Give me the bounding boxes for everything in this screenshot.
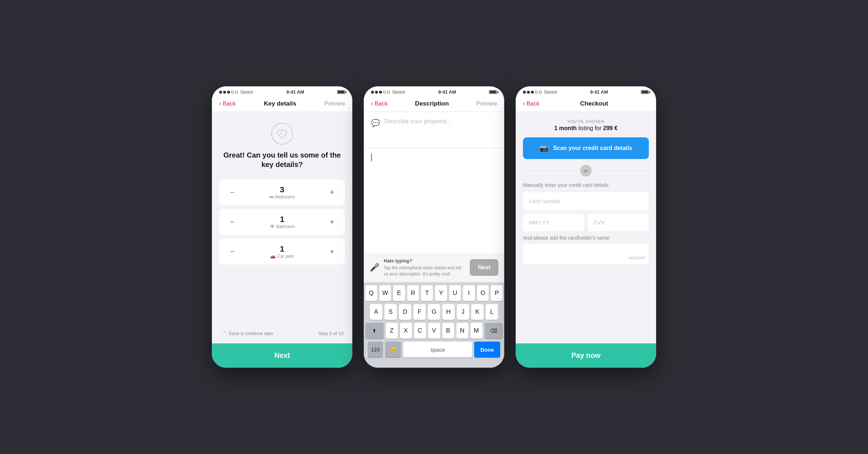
back-button-3[interactable]: ‹ Back	[523, 100, 540, 107]
cardholder-label: And please add the cardholder's name	[523, 235, 649, 241]
phone1-content: Great! Can you tell us some of the key d…	[212, 112, 352, 343]
chosen-bold-2: 299 €	[603, 125, 618, 131]
dot3	[227, 91, 230, 94]
back-button-2[interactable]: ‹ Back	[371, 100, 388, 107]
bathroom-center: 1 🚿 Bathroom	[269, 215, 295, 229]
bathroom-minus[interactable]: −	[226, 216, 238, 228]
back-chevron-3: ‹	[523, 100, 525, 107]
cardholder-input[interactable]: required	[523, 244, 649, 264]
battery-fill-3	[642, 91, 648, 93]
key-p[interactable]: P	[491, 285, 503, 301]
carpark-label: 🚗 Car park	[270, 254, 294, 259]
key-v[interactable]: V	[428, 323, 440, 339]
key-n[interactable]: N	[456, 323, 468, 339]
key-emoji[interactable]: 😊	[385, 342, 401, 357]
microphone-icon[interactable]: 🎤	[370, 263, 379, 272]
key-r[interactable]: R	[407, 285, 419, 301]
scan-card-button[interactable]: 📷 Scan your credit card details	[523, 137, 649, 159]
key-m[interactable]: M	[471, 323, 482, 339]
bathroom-plus[interactable]: +	[326, 216, 338, 228]
key-f[interactable]: F	[413, 304, 426, 320]
bath-icon: 🚿	[269, 224, 275, 229]
back-chevron-1: ‹	[219, 100, 221, 107]
card-number-input[interactable]: Card number	[523, 192, 649, 210]
key-delete[interactable]: ⌫	[485, 323, 503, 339]
dot1	[219, 91, 222, 94]
description-placeholder: Describe your property...	[384, 118, 451, 125]
status-bar-3: Sketch 9:41 AM	[516, 86, 656, 96]
cvv-placeholder: CVV	[593, 219, 605, 226]
chat-bubble-icon: 💬	[371, 119, 380, 127]
status-time-3: 9:41 AM	[590, 89, 608, 95]
back-label-1: Back	[223, 100, 236, 107]
bedrooms-plus[interactable]: +	[326, 187, 338, 198]
dot3-4	[535, 91, 538, 94]
key-e[interactable]: E	[393, 285, 405, 301]
key-l[interactable]: L	[486, 304, 498, 320]
chosen-value: 1 month listing for 299 €	[523, 125, 649, 132]
key-s[interactable]: S	[384, 304, 397, 320]
expiry-input[interactable]: MM / YY	[523, 214, 584, 231]
key-k[interactable]: K	[471, 304, 484, 320]
step-indicator: Step 5 of 10	[318, 331, 344, 336]
pay-now-button[interactable]: Pay now	[516, 343, 656, 368]
key-g[interactable]: G	[428, 304, 440, 320]
nav-title-3: Checkout	[580, 100, 608, 107]
or-divider: or	[523, 165, 649, 176]
nav-title-2: Description	[415, 100, 449, 107]
key-shift[interactable]: ⬆	[365, 323, 383, 339]
key-t[interactable]: T	[421, 285, 433, 301]
carpark-minus[interactable]: −	[226, 246, 238, 257]
battery-icon-1	[337, 90, 345, 94]
back-button-1[interactable]: ‹ Back	[219, 100, 236, 107]
save-later-btn[interactable]: 📄 Save & continue later	[221, 331, 273, 336]
status-left-3: Sketch	[523, 90, 557, 95]
key-i[interactable]: I	[463, 285, 475, 301]
key-w[interactable]: W	[379, 285, 391, 301]
heart-icon-wrap	[219, 123, 345, 145]
car-icon: 🚗	[270, 254, 276, 259]
battery-3	[641, 90, 649, 94]
key-123[interactable]: 123	[368, 342, 383, 357]
key-j[interactable]: J	[457, 304, 469, 320]
phone-key-details: Sketch 9:41 AM ‹ Back Key details Previe…	[212, 86, 353, 368]
key-space[interactable]: space	[403, 342, 472, 357]
status-time-1: 9:41 AM	[286, 89, 304, 95]
battery-fill-1	[338, 91, 344, 93]
camera-icon: 📷	[540, 144, 549, 153]
signal-dots-2	[371, 91, 390, 94]
key-c[interactable]: C	[414, 323, 426, 339]
hate-typing-subtitle: Tap the microphone down below and tell u…	[384, 265, 465, 277]
bedrooms-label: 🛏 Bedrooms	[269, 194, 295, 200]
dot2-1	[371, 91, 374, 94]
description-input-area[interactable]: 💬 Describe your property...	[364, 112, 504, 148]
battery-2	[489, 90, 497, 94]
phone-description: Sketch 9:41 AM ‹ Back Description Previe…	[363, 86, 505, 368]
save-continue-bar: 📄 Save & continue later Step 5 of 10	[219, 324, 345, 343]
bedrooms-minus[interactable]: −	[226, 187, 238, 198]
key-u[interactable]: U	[449, 285, 461, 301]
key-z[interactable]: Z	[386, 323, 398, 339]
key-b[interactable]: B	[442, 323, 454, 339]
status-bar-1: Sketch 9:41 AM	[212, 86, 352, 96]
key-h[interactable]: H	[442, 304, 455, 320]
dot2	[223, 91, 226, 94]
key-a[interactable]: A	[370, 304, 382, 320]
key-q[interactable]: Q	[365, 285, 377, 301]
key-d[interactable]: D	[399, 304, 411, 320]
next-button-1[interactable]: Next	[212, 343, 352, 368]
phone3-content: YOU'VE CHOSEN 1 month listing for 299 € …	[516, 112, 656, 343]
dot2-2	[375, 91, 378, 94]
next-button-2[interactable]: Next	[470, 259, 498, 276]
dot2-4	[383, 91, 386, 94]
back-label-2: Back	[375, 100, 388, 107]
manual-entry-label: Manually enter your credit card details	[523, 182, 649, 188]
key-x[interactable]: X	[400, 323, 412, 339]
carpark-plus[interactable]: +	[326, 246, 338, 257]
key-o[interactable]: O	[477, 285, 489, 301]
cvv-input[interactable]: CVV	[588, 214, 649, 231]
key-y[interactable]: Y	[435, 285, 447, 301]
signal-dots-1	[219, 91, 238, 94]
key-done[interactable]: Done	[474, 342, 500, 357]
nav-preview-1: Preview	[324, 100, 345, 107]
